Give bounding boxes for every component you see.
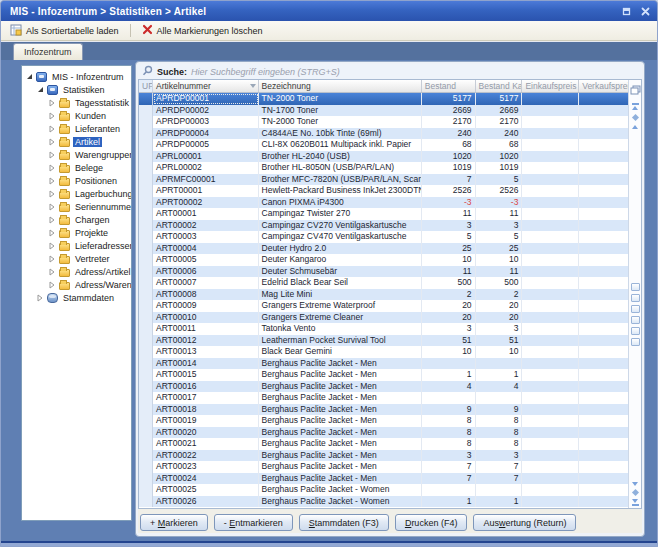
tree-expand-icon[interactable] bbox=[48, 229, 56, 237]
close-icon[interactable] bbox=[639, 5, 651, 17]
tree-collapse-icon[interactable] bbox=[25, 73, 33, 81]
table-row[interactable]: APRDP00004 C4844AE No. 10bk Tinte (69ml)… bbox=[139, 128, 628, 140]
tree-item[interactable]: Vertreter bbox=[22, 252, 131, 265]
tree-expand-icon[interactable] bbox=[48, 177, 56, 185]
tree-item[interactable]: Statistiken bbox=[22, 83, 131, 96]
title-bar[interactable]: MIS - Infozentrum > Statistiken > Artike… bbox=[1, 1, 657, 21]
tree-expand-icon[interactable] bbox=[48, 99, 56, 107]
scroll-end-icon[interactable] bbox=[632, 499, 639, 506]
scroll-down-icon[interactable] bbox=[632, 482, 638, 486]
column-header-bezeichnung[interactable]: Bezeichnung bbox=[259, 80, 422, 92]
load-sort-table-button[interactable]: Als Sortiertabelle laden bbox=[5, 22, 124, 40]
table-row[interactable]: ART00018 Berghaus Paclite Jacket - Men 9… bbox=[139, 404, 628, 416]
tree-expand-icon[interactable] bbox=[48, 190, 56, 198]
table-row[interactable]: ART00022 Berghaus Paclite Jacket - Men 3… bbox=[139, 450, 628, 462]
tree-item[interactable]: Projekte bbox=[22, 226, 131, 239]
tree-item[interactable]: Lieferanten bbox=[22, 122, 131, 135]
side-tool-icon[interactable] bbox=[631, 327, 640, 335]
table-row[interactable]: ART00017 Berghaus Paclite Jacket - Men bbox=[139, 392, 628, 404]
table-row[interactable]: ART00025 Berghaus Paclite Jacket - Women bbox=[139, 484, 628, 496]
tree-item[interactable]: Adress/Warengruppen bbox=[22, 278, 131, 291]
table-row[interactable]: ART00015 Berghaus Paclite Jacket - Men 1… bbox=[139, 369, 628, 381]
table-row[interactable]: ART00003 Campingaz CV470 Ventilgaskartus… bbox=[139, 231, 628, 243]
tree-expand-icon[interactable] bbox=[48, 281, 56, 289]
markieren-button[interactable]: + Markieren bbox=[140, 514, 208, 531]
restore-window-icon[interactable] bbox=[620, 5, 632, 17]
column-chooser-icon[interactable] bbox=[630, 81, 641, 99]
tree-item[interactable]: Tagesstatistik bbox=[22, 96, 131, 109]
tree-item[interactable]: Adress/Artikel bbox=[22, 265, 131, 278]
table-row[interactable]: APRT00001 Hewlett-Packard Business InkJe… bbox=[139, 185, 628, 197]
table-row[interactable]: ART00020 Berghaus Paclite Jacket - Men 8… bbox=[139, 427, 628, 439]
scroll-marker-icon[interactable] bbox=[631, 489, 638, 496]
tree-item[interactable]: Artikel bbox=[22, 135, 131, 148]
table-row[interactable]: ART00023 Berghaus Paclite Jacket - Men 7… bbox=[139, 461, 628, 473]
table-row[interactable]: APRDP00005 CLI-8X 0620B011 Multipack ink… bbox=[139, 139, 628, 151]
column-header-einkaufspreis[interactable]: Einkaufspreis bbox=[522, 80, 579, 92]
table-row[interactable]: ART00026 Berghaus Paclite Jacket - Women… bbox=[139, 496, 628, 508]
tree-expand-icon[interactable] bbox=[48, 164, 56, 172]
table-row[interactable]: ART00001 Campingaz Twister 270 11 11 bbox=[139, 208, 628, 220]
side-tool-icon[interactable] bbox=[631, 283, 640, 291]
tree-expand-icon[interactable] bbox=[36, 294, 44, 302]
tree-item[interactable]: Warengruppen bbox=[22, 148, 131, 161]
tree-item[interactable]: Chargen bbox=[22, 213, 131, 226]
table-row[interactable]: APRMFC00001 Brother MFC-7820N (USB/PAR/L… bbox=[139, 174, 628, 186]
side-tool-icon[interactable] bbox=[631, 294, 640, 302]
table-row[interactable]: ART00007 Edelrid Black Bear Seil 500 500 bbox=[139, 277, 628, 289]
table-row[interactable]: ART00012 Leatherman Pocket Survival Tool… bbox=[139, 335, 628, 347]
table-row[interactable]: ART00024 Berghaus Paclite Jacket - Men 7… bbox=[139, 473, 628, 485]
search-bar[interactable]: Suche: Hier Suchbegriff eingeben (STRG+S… bbox=[138, 64, 642, 79]
table-row[interactable]: APRL00001 Brother HL-2040 (USB) 1020 102… bbox=[139, 151, 628, 163]
table-row[interactable]: APRDP00002 TN-1700 Toner 2669 2669 bbox=[139, 105, 628, 117]
tab-infozentrum[interactable]: Infozentrum bbox=[13, 43, 83, 60]
tree-expand-icon[interactable] bbox=[48, 203, 56, 211]
tree-item[interactable]: MIS - Infozentrum bbox=[22, 70, 131, 83]
table-row[interactable]: APRT00002 Canon PIXMA iP4300 -3 -3 bbox=[139, 197, 628, 209]
tree-expand-icon[interactable] bbox=[48, 242, 56, 250]
auswertung-button[interactable]: Auswertung (Return) bbox=[473, 514, 576, 531]
table-row[interactable]: ART00016 Berghaus Paclite Jacket - Men 4… bbox=[139, 381, 628, 393]
table-row[interactable]: ART00013 Black Bear Gemini 10 10 bbox=[139, 346, 628, 358]
scroll-up-icon[interactable] bbox=[632, 125, 638, 129]
tree-item[interactable]: Kunden bbox=[22, 109, 131, 122]
tree-expand-icon[interactable] bbox=[48, 268, 56, 276]
stammdaten-button[interactable]: Stammdaten (F3) bbox=[299, 514, 389, 531]
tree-item[interactable]: Stammdaten bbox=[22, 291, 131, 304]
tree-expand-icon[interactable] bbox=[48, 151, 56, 159]
column-header-bestand[interactable]: Bestand bbox=[422, 80, 476, 92]
column-header-up[interactable]: UP bbox=[139, 80, 153, 92]
clear-marks-button[interactable]: Alle Markierungen löschen bbox=[137, 22, 268, 39]
scroll-marker-icon[interactable] bbox=[631, 114, 638, 121]
tree-expand-icon[interactable] bbox=[48, 138, 56, 146]
tree-item[interactable]: Lagerbuchungen bbox=[22, 187, 131, 200]
table-row[interactable]: ART00005 Deuter Kangaroo 10 10 bbox=[139, 254, 628, 266]
entmarkieren-button[interactable]: - Entmarkieren bbox=[214, 514, 293, 531]
table-row[interactable]: ART00014 Berghaus Paclite Jacket - Men bbox=[139, 358, 628, 370]
table-row[interactable]: ART00004 Deuter Hydro 2.0 25 25 bbox=[139, 243, 628, 255]
column-header-bestand-kalk[interactable]: Bestand Kalk.. bbox=[476, 80, 523, 92]
column-header-artikelnummer[interactable]: Artikelnummer bbox=[153, 80, 259, 92]
tree-item[interactable]: Lieferadressen bbox=[22, 239, 131, 252]
table-row[interactable]: ART00002 Campingaz CV270 Ventilgaskartus… bbox=[139, 220, 628, 232]
side-tool-icon[interactable] bbox=[631, 338, 640, 346]
table-row[interactable]: APRDP00003 TN-2000 Toner 2170 2170 bbox=[139, 116, 628, 128]
column-header-verkaufspreis[interactable]: Verkaufsprei bbox=[579, 80, 628, 92]
side-tool-icon[interactable] bbox=[631, 316, 640, 324]
table-row[interactable]: APRL00002 Brother HL-8050N (USB/PAR/LAN)… bbox=[139, 162, 628, 174]
table-row[interactable]: ART00021 Berghaus Paclite Jacket - Men 8… bbox=[139, 438, 628, 450]
side-tool-icon[interactable] bbox=[631, 305, 640, 313]
table-row[interactable]: ART00011 Tatonka Vento 3 3 bbox=[139, 323, 628, 335]
table-row[interactable]: ART00006 Deuter Schmusebär 11 11 bbox=[139, 266, 628, 278]
tree-expand-icon[interactable] bbox=[48, 255, 56, 263]
tree-item[interactable]: Seriennummern bbox=[22, 200, 131, 213]
scroll-top-icon[interactable] bbox=[632, 103, 639, 110]
tree-expand-icon[interactable] bbox=[48, 125, 56, 133]
tree-collapse-icon[interactable] bbox=[36, 86, 44, 94]
table-row[interactable]: ART00019 Berghaus Paclite Jacket - Men 8… bbox=[139, 415, 628, 427]
table-row[interactable]: APRDP00001 TN-2000 Toner 5177 5177 bbox=[139, 93, 628, 105]
table-row[interactable]: ART00009 Grangers Extreme Waterproof 20 … bbox=[139, 300, 628, 312]
tree-item[interactable]: Positionen bbox=[22, 174, 131, 187]
tree-item[interactable]: Belege bbox=[22, 161, 131, 174]
table-row[interactable]: ART00008 Mag Lite Mini 2 2 bbox=[139, 289, 628, 301]
